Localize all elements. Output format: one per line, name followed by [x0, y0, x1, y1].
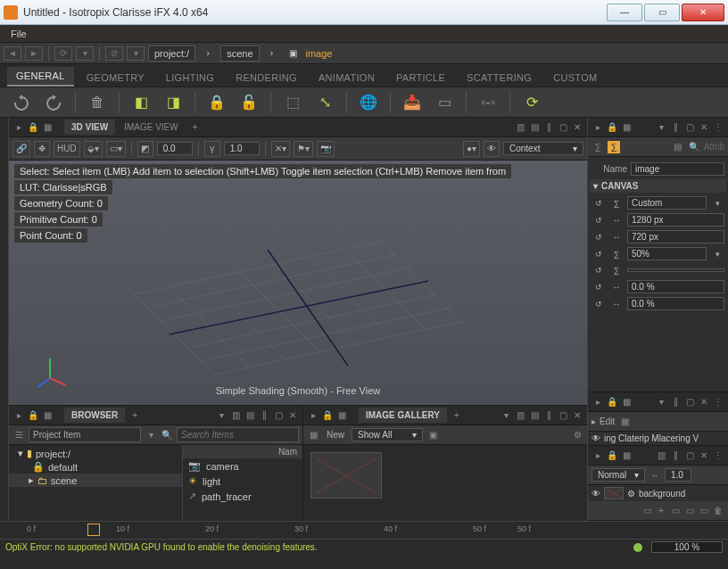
gamma-value[interactable]: 1.0	[224, 142, 260, 155]
preset-select[interactable]: Custom	[627, 196, 707, 210]
breadcrumb-scene[interactable]: scene	[220, 45, 259, 62]
add-tab[interactable]: +	[449, 410, 465, 420]
close-panel-icon[interactable]: ✕	[286, 409, 299, 422]
sigma-icon[interactable]: ∑	[608, 141, 620, 153]
item-list[interactable]: Nam 📷camera ☀light ↗path_tracer	[183, 445, 302, 521]
chevron-down-icon[interactable]: ▾	[500, 409, 512, 422]
more-icon[interactable]: ⋮	[712, 121, 724, 134]
split-h-icon[interactable]: ▥	[514, 409, 526, 422]
split-v-icon[interactable]: ▤	[528, 409, 541, 422]
lock-icon[interactable]: 🔒	[27, 121, 39, 134]
breadcrumb-root[interactable]: project:/	[148, 45, 195, 62]
tab-lighting[interactable]: LIGHTING	[157, 69, 223, 87]
hud-toggle[interactable]: HUD	[54, 141, 80, 157]
name-value[interactable]: image	[631, 162, 724, 176]
list-icon[interactable]: ☰	[12, 429, 25, 441]
timeline-playhead[interactable]	[87, 524, 100, 536]
group-button[interactable]: ◧	[128, 90, 153, 115]
panel-icon[interactable]: ▦	[620, 121, 633, 134]
close-panel-icon[interactable]: ✕	[571, 121, 583, 134]
tab-general[interactable]: GENERAL	[7, 67, 74, 87]
lock-icon[interactable]: 🔒	[321, 409, 334, 422]
height-input[interactable]: 720 px	[627, 230, 724, 243]
edit-label[interactable]: Edit	[600, 416, 615, 426]
project-item-field[interactable]: Project Item	[29, 427, 141, 442]
maximize-icon[interactable]: ▢	[557, 121, 569, 134]
flag-icon[interactable]: ⚑▾	[294, 141, 313, 157]
eye-icon[interactable]: 👁	[484, 141, 500, 157]
lock-icon[interactable]: 🔒	[606, 449, 618, 462]
anchor-icon[interactable]: ▸	[592, 121, 604, 134]
tab-scattering[interactable]: SCATTERING	[458, 69, 541, 87]
dropdown-icon[interactable]: ⬙▾	[84, 141, 103, 157]
maximize-icon[interactable]: ▢	[683, 121, 696, 134]
panel-icon[interactable]: ▦	[41, 409, 54, 422]
edit-icon[interactable]: ▦	[618, 416, 631, 428]
gamma-icon[interactable]: γ	[204, 141, 220, 157]
close-panel-icon[interactable]: ✕	[571, 409, 583, 422]
anchor-icon[interactable]: ▸	[12, 409, 25, 422]
close-panel-icon[interactable]: ✕	[698, 396, 710, 408]
lock-icon[interactable]: 🔒	[606, 121, 618, 134]
screen-button[interactable]: ▭	[432, 90, 457, 115]
image-icon[interactable]: ▣	[426, 429, 439, 441]
tab-particle[interactable]: PARTICLE	[387, 69, 454, 87]
chevron-down-icon[interactable]: ▾	[655, 121, 667, 134]
world-button[interactable]: 🌐	[356, 90, 381, 115]
maximize-icon[interactable]: ▢	[683, 396, 696, 408]
timeline[interactable]: 0 f 10 f 20 f 30 f 40 f 50 f 50 f	[0, 521, 728, 539]
pause-icon[interactable]: ‖	[258, 409, 270, 422]
ungroup-button[interactable]: ◨	[161, 90, 186, 115]
scale-select[interactable]: 50%	[627, 247, 707, 260]
layer-btn[interactable]: +	[655, 505, 667, 517]
chevron-down-icon[interactable]: ▾	[655, 396, 667, 408]
panel-icon[interactable]: ▦	[41, 121, 54, 134]
exposure-icon[interactable]: ◩	[137, 141, 153, 157]
panel-icon[interactable]: ▦	[335, 409, 348, 422]
maximize-icon[interactable]: ▢	[557, 409, 569, 422]
move-icon[interactable]: ✥	[34, 141, 50, 157]
layer-btn[interactable]: ▭	[669, 505, 682, 517]
image-thumbnail[interactable]	[310, 452, 382, 499]
refresh-button[interactable]: ⟳	[519, 90, 544, 115]
tab-image-gallery[interactable]: IMAGE GALLERY	[359, 408, 447, 423]
undo-button[interactable]	[9, 90, 34, 115]
opacity-input[interactable]: 1.0	[665, 468, 691, 482]
link-icon[interactable]: 🔗	[12, 141, 30, 157]
page-icon[interactable]: ▤	[672, 141, 684, 153]
anchor-icon[interactable]: ▸	[12, 121, 25, 134]
layer-btn[interactable]: 🗑	[712, 505, 724, 517]
maximize-icon[interactable]: ▢	[683, 449, 696, 462]
tab-geometry[interactable]: GEOMETRY	[78, 69, 153, 87]
pause-icon[interactable]: ‖	[669, 449, 682, 462]
menu-file[interactable]: File	[5, 27, 32, 41]
split-v-icon[interactable]: ▤	[244, 409, 256, 422]
lock-icon[interactable]: 🔒	[606, 396, 618, 408]
close-panel-icon[interactable]: ✕	[698, 121, 710, 134]
pause-icon[interactable]: ‖	[669, 121, 682, 134]
history-fwd-button[interactable]: ►	[25, 46, 43, 61]
history-stop-button[interactable]: ⊘	[105, 46, 123, 61]
exposure-value[interactable]: 0.0	[157, 142, 193, 155]
section-canvas[interactable]: ▾CANVAS	[590, 179, 726, 193]
window-maximize-button[interactable]: ▭	[644, 4, 680, 21]
breadcrumb-image[interactable]: image	[306, 48, 333, 59]
new-button[interactable]: New	[323, 430, 348, 440]
chevron-down-icon[interactable]: ▾	[145, 429, 157, 441]
blend-mode-select[interactable]: Normal▾	[592, 468, 645, 482]
maximize-icon[interactable]: ▢	[272, 409, 285, 422]
unlock-button[interactable]: 🔓	[236, 90, 261, 115]
tab-animation[interactable]: ANIMATION	[310, 69, 384, 87]
import-button[interactable]: 📥	[400, 90, 425, 115]
tools-icon[interactable]: ✕▾	[271, 141, 290, 157]
anchor-icon[interactable]: ▸	[592, 396, 604, 408]
split-h-icon[interactable]: ▥	[514, 121, 526, 134]
window-close-button[interactable]: ✕	[682, 4, 724, 21]
window-minimize-button[interactable]: —	[607, 4, 642, 21]
delete-button[interactable]: 🗑	[85, 90, 110, 115]
layer-btn[interactable]: ▭	[683, 505, 696, 517]
cube-button[interactable]: ⬚	[280, 90, 305, 115]
pause-icon[interactable]: ‖	[542, 121, 555, 134]
more-icon[interactable]: ⋮	[712, 396, 724, 408]
more-icon[interactable]: ⋮	[712, 449, 724, 462]
